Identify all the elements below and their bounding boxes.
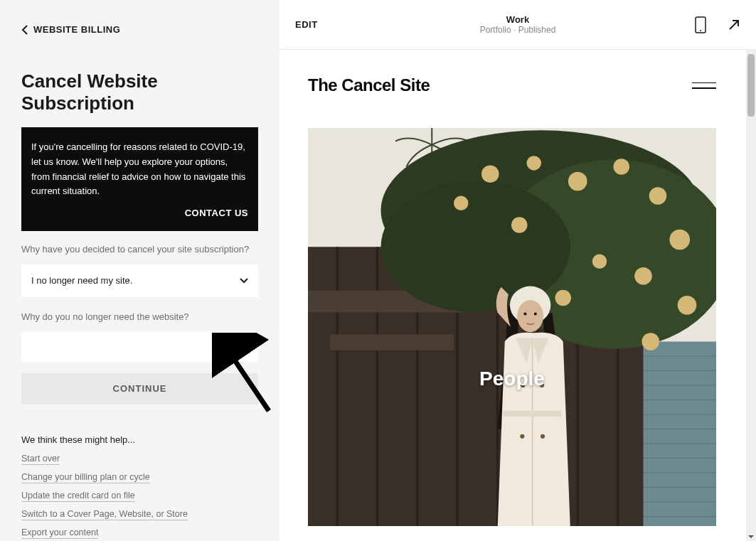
svg-point-32 <box>527 156 542 171</box>
scroll-thumb[interactable] <box>747 54 755 117</box>
notice-text: If you're cancelling for reasons related… <box>31 141 245 196</box>
continue-button[interactable]: CONTINUE <box>21 373 258 405</box>
scroll-arrow-down-icon[interactable] <box>748 535 754 538</box>
help-link-switch-cover[interactable]: Switch to a Cover Page, Website, or Stor… <box>21 509 188 520</box>
svg-point-40 <box>678 296 697 315</box>
svg-point-50 <box>520 434 524 439</box>
svg-point-42 <box>454 196 469 211</box>
hero-caption: People <box>479 368 545 390</box>
hamburger-menu-icon[interactable] <box>692 82 716 89</box>
back-button[interactable]: WEBSITE BILLING <box>21 24 258 35</box>
help-link-update-card[interactable]: Update the credit card on file <box>21 491 135 502</box>
svg-point-39 <box>555 290 571 306</box>
svg-point-46 <box>523 313 526 316</box>
help-link-start-over[interactable]: Start over <box>21 454 60 465</box>
preview-title-block: Work Portfolio · Published <box>480 14 556 35</box>
svg-point-38 <box>592 255 607 269</box>
svg-point-51 <box>541 434 545 439</box>
cancel-reason-select[interactable]: I no longer need my site. <box>21 264 258 297</box>
open-external-icon[interactable] <box>728 18 740 31</box>
followup-input[interactable] <box>21 332 258 362</box>
svg-point-36 <box>669 230 690 250</box>
help-title: We think these might help... <box>21 434 258 445</box>
svg-point-45 <box>517 300 543 332</box>
svg-point-47 <box>534 313 537 316</box>
edit-button[interactable]: EDIT <box>295 19 318 30</box>
back-label: WEBSITE BILLING <box>33 24 120 35</box>
svg-point-43 <box>511 217 528 233</box>
preview-page-name: Work <box>480 14 556 25</box>
chevron-down-icon <box>240 278 248 284</box>
site-canvas: The Cancel Site <box>279 50 756 541</box>
contact-us-link[interactable]: CONTACT US <box>31 206 248 221</box>
site-brand[interactable]: The Cancel Site <box>308 75 430 95</box>
site-preview-pane: EDIT Work Portfolio · Published <box>279 0 756 541</box>
select-value: I no longer need my site. <box>31 275 132 286</box>
page-title: Cancel Website Subscription <box>21 70 258 114</box>
help-links-list: Start over Change your billing plan or c… <box>21 454 258 539</box>
hero-image[interactable]: People <box>308 128 716 526</box>
svg-point-35 <box>649 187 667 205</box>
svg-point-1 <box>700 30 701 31</box>
help-link-export[interactable]: Export your content <box>21 527 98 539</box>
chevron-left-icon <box>21 25 28 35</box>
preview-status: Portfolio · Published <box>480 25 556 35</box>
reason-label: Why have you decided to cancel your site… <box>21 244 258 255</box>
covid-notice: If you're cancelling for reasons related… <box>21 127 258 231</box>
svg-point-33 <box>568 172 587 191</box>
settings-sidebar: WEBSITE BILLING Cancel Website Subscript… <box>0 0 279 541</box>
svg-point-41 <box>641 333 659 350</box>
device-mobile-icon[interactable] <box>695 16 706 33</box>
svg-point-34 <box>613 159 629 175</box>
svg-rect-26 <box>330 334 454 350</box>
preview-header: EDIT Work Portfolio · Published <box>279 0 756 50</box>
preview-body: The Cancel Site <box>279 50 756 541</box>
help-link-change-billing[interactable]: Change your billing plan or cycle <box>21 472 150 483</box>
svg-rect-52 <box>504 411 562 417</box>
svg-point-37 <box>634 267 652 285</box>
followup-label: Why do you no longer need the website? <box>21 311 258 322</box>
svg-point-31 <box>481 165 499 183</box>
scrollbar[interactable] <box>746 50 756 541</box>
